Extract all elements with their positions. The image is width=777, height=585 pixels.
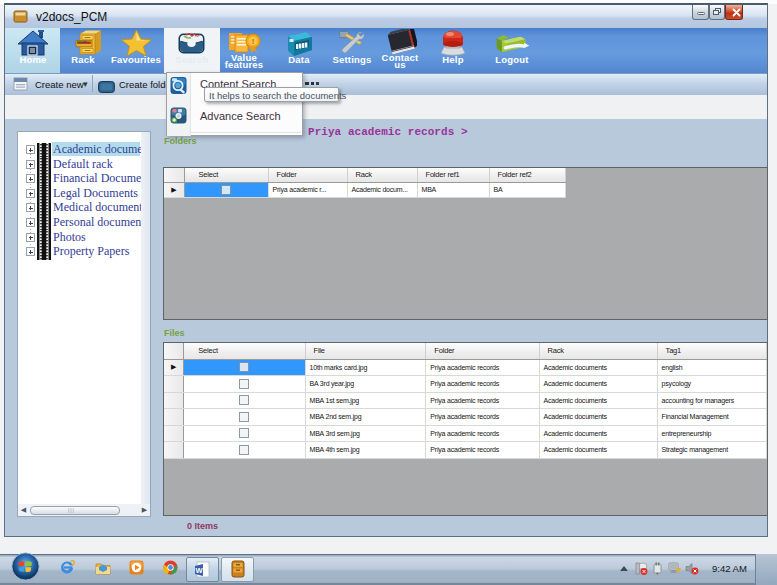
svg-text:W: W <box>195 566 203 575</box>
svg-text:!: ! <box>252 37 255 46</box>
